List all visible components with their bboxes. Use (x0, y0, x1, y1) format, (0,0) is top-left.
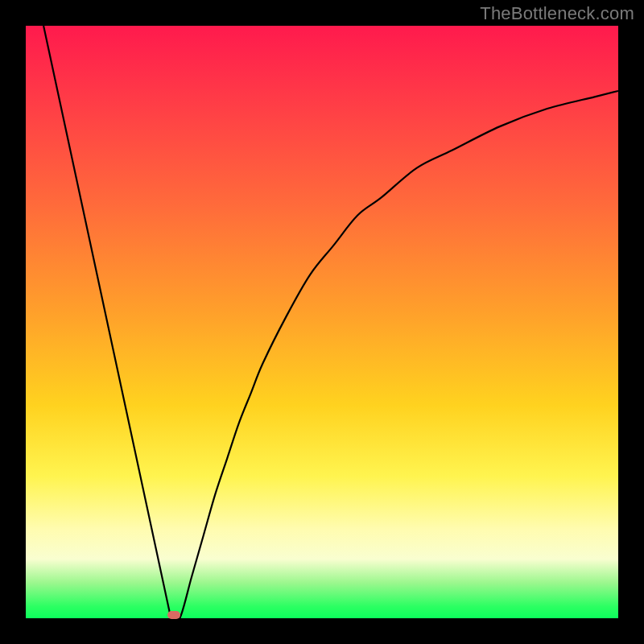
watermark-text: TheBottleneck.com (480, 3, 634, 24)
optimal-marker (167, 611, 180, 619)
plot-area (26, 26, 618, 618)
curve-svg (26, 26, 618, 618)
bottleneck-curve (43, 26, 618, 618)
chart-frame: TheBottleneck.com (0, 0, 644, 644)
